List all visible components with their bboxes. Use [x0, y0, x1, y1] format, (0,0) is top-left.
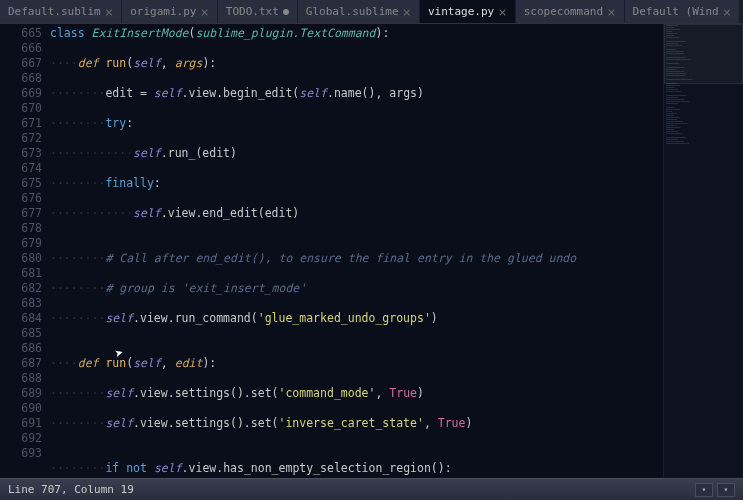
- close-icon[interactable]: ×: [105, 5, 113, 19]
- tab-origami[interactable]: origami.py×: [122, 0, 218, 23]
- status-dropdown-button[interactable]: ▾: [695, 483, 713, 497]
- line-number: 673: [0, 146, 42, 161]
- close-icon[interactable]: ×: [403, 5, 411, 19]
- editor-area: 665 666 667 668 669 670 671 672 673 674 …: [0, 24, 743, 478]
- line-number: 685: [0, 326, 42, 341]
- line-number: 693: [0, 446, 42, 461]
- tab-default-sublime[interactable]: Default.sublim×: [0, 0, 122, 23]
- close-icon[interactable]: ×: [723, 5, 731, 19]
- minimap-viewport[interactable]: [664, 24, 743, 84]
- minimap[interactable]: ▬▬▬▬▬▬▬▬▬▬▬▬▬▬▬▬▬▬▬▬▬▬▬▬▬▬▬▬▬▬▬▬▬▬▬▬▬▬▬▬…: [663, 24, 743, 478]
- tab-vintage[interactable]: vintage.py×: [420, 0, 516, 23]
- dirty-dot-icon: [283, 9, 289, 15]
- line-number: 681: [0, 266, 42, 281]
- tab-todo[interactable]: TODO.txt: [218, 0, 298, 23]
- cursor-position: Line 707, Column 19: [8, 483, 134, 496]
- status-dropdown-button[interactable]: ▾: [717, 483, 735, 497]
- line-number: 679: [0, 236, 42, 251]
- close-icon[interactable]: ×: [607, 5, 615, 19]
- line-number-gutter: 665 666 667 668 669 670 671 672 673 674 …: [0, 24, 50, 478]
- line-number: 684: [0, 311, 42, 326]
- line-number: 677: [0, 206, 42, 221]
- line-number: 680: [0, 251, 42, 266]
- line-number: 688: [0, 371, 42, 386]
- line-number: 674: [0, 161, 42, 176]
- line-number: 667: [0, 56, 42, 71]
- line-number: 670: [0, 101, 42, 116]
- line-number: 669: [0, 86, 42, 101]
- line-number: 671: [0, 116, 42, 131]
- line-number: 675: [0, 176, 42, 191]
- status-bar: Line 707, Column 19 ▾ ▾: [0, 478, 743, 500]
- close-icon[interactable]: ×: [498, 5, 506, 19]
- line-number: 690: [0, 401, 42, 416]
- line-number: 678: [0, 221, 42, 236]
- line-number: 687: [0, 356, 42, 371]
- line-number: 683: [0, 296, 42, 311]
- line-number: 666: [0, 41, 42, 56]
- line-number: 692: [0, 431, 42, 446]
- line-number: 691: [0, 416, 42, 431]
- close-icon[interactable]: ×: [200, 5, 208, 19]
- line-number: 668: [0, 71, 42, 86]
- line-number: 676: [0, 191, 42, 206]
- tab-default-windows[interactable]: Default (Wind×: [625, 0, 741, 23]
- line-number: 672: [0, 131, 42, 146]
- line-number: 689: [0, 386, 42, 401]
- line-number: 665: [0, 26, 42, 41]
- tab-global-sublime[interactable]: Global.sublime×: [298, 0, 420, 23]
- tab-bar: Default.sublim× origami.py× TODO.txt Glo…: [0, 0, 743, 24]
- line-number: 682: [0, 281, 42, 296]
- tab-scopecommand[interactable]: scopecommand×: [516, 0, 625, 23]
- line-number: 686: [0, 341, 42, 356]
- code-editor-content[interactable]: class ExitInsertMode(sublime_plugin.Text…: [50, 24, 663, 478]
